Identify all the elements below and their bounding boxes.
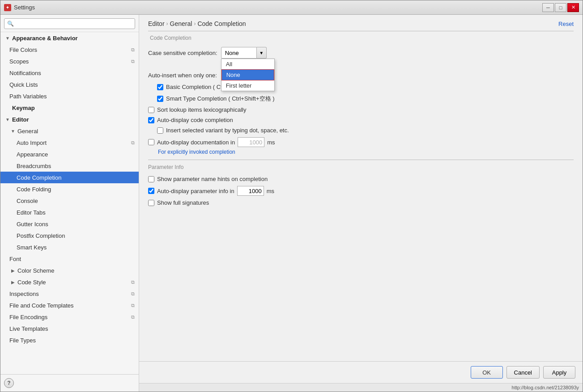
sidebar-item-file-types[interactable]: File Types xyxy=(0,334,139,346)
sidebar-item-breadcrumbs[interactable]: Breadcrumbs xyxy=(0,160,139,172)
auto-insert-label: Auto-insert when only one: xyxy=(148,72,217,79)
sidebar-item-label: Smart Keys xyxy=(17,244,47,251)
sidebar-item-editor-tabs[interactable]: Editor Tabs xyxy=(0,207,139,218)
main-panel: Editor › General › Code Completion Reset… xyxy=(139,15,583,392)
sidebar-item-label: General xyxy=(17,128,38,135)
sort-lookup-row: Sort lookup items lexicographically xyxy=(148,106,574,113)
show-full-sig-row: Show full signatures xyxy=(148,199,574,206)
sidebar-item-quick-lists[interactable]: Quick Lists xyxy=(0,79,139,90)
sidebar-item-label: Scopes xyxy=(9,58,29,65)
sidebar-item-code-folding[interactable]: Code Folding xyxy=(0,183,139,195)
sidebar-item-postfix-completion[interactable]: Postfix Completion xyxy=(0,230,139,241)
sidebar-item-code-style[interactable]: ▶ Code Style ⧉ xyxy=(0,276,139,288)
minimize-button[interactable]: ─ xyxy=(542,3,554,12)
help-button[interactable]: ? xyxy=(4,378,14,388)
sidebar-item-appearance[interactable]: Appearance xyxy=(0,148,139,160)
show-full-sig-checkbox[interactable] xyxy=(148,200,154,206)
sidebar-item-file-colors[interactable]: File Colors ⧉ xyxy=(0,44,139,55)
auto-display-label: Auto-display code completion xyxy=(157,117,233,123)
sidebar-item-label: Editor Tabs xyxy=(17,209,46,216)
cancel-button[interactable]: Cancel xyxy=(506,366,540,379)
sidebar-item-live-templates[interactable]: Live Templates xyxy=(0,323,139,334)
sidebar-item-font[interactable]: Font xyxy=(0,253,139,265)
sidebar-item-code-completion[interactable]: Code Completion xyxy=(0,172,139,183)
sidebar-item-label: Path Variables xyxy=(9,93,47,100)
explicitly-hint: For explicitly invoked completion xyxy=(148,149,574,155)
sidebar-item-label: Console xyxy=(17,198,38,204)
sidebar-item-scopes[interactable]: Scopes ⧉ xyxy=(0,55,139,67)
sidebar-item-editor[interactable]: ▼ Editor xyxy=(0,114,139,125)
close-button[interactable]: ✕ xyxy=(567,3,579,12)
auto-display-param-label: Auto-display parameter info in xyxy=(157,188,234,194)
app-icon: ✦ xyxy=(4,4,11,11)
case-sensitive-label: Case sensitive completion: xyxy=(148,50,217,56)
sidebar-item-label: File Colors xyxy=(9,46,37,53)
sidebar-item-label: Color Scheme xyxy=(17,267,54,274)
sidebar-item-appearance-behavior[interactable]: ▼ Appearance & Behavior xyxy=(0,32,139,44)
breadcrumb-sep-2: › xyxy=(194,21,196,27)
copy-icon: ⧉ xyxy=(130,46,136,53)
sidebar-item-label: File Encodings xyxy=(9,314,47,320)
sidebar-item-file-code-templates[interactable]: File and Code Templates ⧉ xyxy=(0,299,139,311)
auto-display-param-ms-input[interactable] xyxy=(237,186,264,196)
title-bar: ✦ Settings ─ □ ✕ xyxy=(0,0,583,15)
sidebar-item-inspections[interactable]: Inspections ⧉ xyxy=(0,288,139,299)
sidebar-item-path-variables[interactable]: Path Variables xyxy=(0,90,139,102)
case-sensitive-dropdown[interactable]: None ▼ All None First letter xyxy=(221,47,267,59)
smart-type-row: Smart Type Completion ( Ctrl+Shift+空格 ) xyxy=(148,95,574,103)
main-header: Editor › General › Code Completion Reset xyxy=(139,15,583,31)
insert-variant-checkbox[interactable] xyxy=(157,127,163,134)
auto-display-param-checkbox[interactable] xyxy=(148,188,154,194)
ms-label-2: ms xyxy=(267,188,274,194)
param-section-title: Parameter Info xyxy=(148,164,183,170)
sidebar-item-label: Auto Import xyxy=(17,139,47,146)
basic-completion-checkbox[interactable] xyxy=(157,84,163,90)
auto-display-doc-ms-input[interactable] xyxy=(238,137,264,147)
sidebar-item-auto-import[interactable]: Auto Import ⧉ xyxy=(0,137,139,148)
dropdown-option-none[interactable]: None xyxy=(221,69,274,80)
show-param-hints-checkbox[interactable] xyxy=(148,176,154,182)
auto-display-row: Auto-display code completion xyxy=(148,117,574,123)
sidebar-item-label: Quick Lists xyxy=(9,81,38,88)
sidebar-item-gutter-icons[interactable]: Gutter Icons xyxy=(0,218,139,230)
show-param-hints-row: Show parameter name hints on completion xyxy=(148,176,574,182)
expand-icon: ▶ xyxy=(9,278,17,286)
reset-link[interactable]: Reset xyxy=(558,21,574,27)
breadcrumb-part-general: General xyxy=(170,20,192,27)
dropdown-option-first-letter[interactable]: First letter xyxy=(221,80,274,91)
sidebar-item-smart-keys[interactable]: Smart Keys xyxy=(0,241,139,253)
sidebar-item-file-encodings[interactable]: File Encodings ⧉ xyxy=(0,311,139,323)
dropdown-popup: All None First letter xyxy=(221,59,275,91)
expand-icon: ▼ xyxy=(4,116,11,123)
sidebar-item-label: File Types xyxy=(9,337,36,344)
sidebar-item-general[interactable]: ▼ General xyxy=(0,125,139,137)
dialog-footer: OK Cancel Apply xyxy=(139,361,583,383)
smart-type-checkbox[interactable] xyxy=(157,96,163,102)
show-param-hints-label: Show parameter name hints on completion xyxy=(157,176,268,182)
dropdown-option-all[interactable]: All xyxy=(221,59,274,69)
copy-icon: ⧉ xyxy=(130,58,136,64)
ok-button[interactable]: OK xyxy=(471,366,503,379)
sidebar-item-keymap[interactable]: Keymap xyxy=(0,102,139,114)
sidebar-item-label: Code Style xyxy=(17,279,46,286)
window-title: Settings xyxy=(14,4,542,11)
sort-lookup-checkbox[interactable] xyxy=(148,107,154,113)
sidebar-item-label: Breadcrumbs xyxy=(17,163,51,169)
sidebar-item-label: Appearance & Behavior xyxy=(12,35,78,42)
apply-button[interactable]: Apply xyxy=(543,366,575,379)
dropdown-value-display[interactable]: None xyxy=(221,47,257,59)
sidebar-item-label: File and Code Templates xyxy=(9,302,74,309)
copy-icon: ⧉ xyxy=(130,302,136,308)
copy-icon: ⧉ xyxy=(130,139,136,146)
search-input[interactable] xyxy=(4,18,135,29)
auto-display-checkbox[interactable] xyxy=(148,117,154,123)
auto-display-doc-checkbox[interactable] xyxy=(148,139,154,145)
sidebar-item-notifications[interactable]: Notifications xyxy=(0,67,139,79)
dropdown-arrow-button[interactable]: ▼ xyxy=(257,47,267,59)
sidebar: ▼ Appearance & Behavior File Colors ⧉ Sc… xyxy=(0,15,139,392)
tree-area: ▼ Appearance & Behavior File Colors ⧉ Sc… xyxy=(0,32,139,374)
expand-icon: ▼ xyxy=(9,127,17,135)
sidebar-item-color-scheme[interactable]: ▶ Color Scheme xyxy=(0,265,139,276)
maximize-button[interactable]: □ xyxy=(555,3,566,12)
sidebar-item-console[interactable]: Console xyxy=(0,195,139,207)
